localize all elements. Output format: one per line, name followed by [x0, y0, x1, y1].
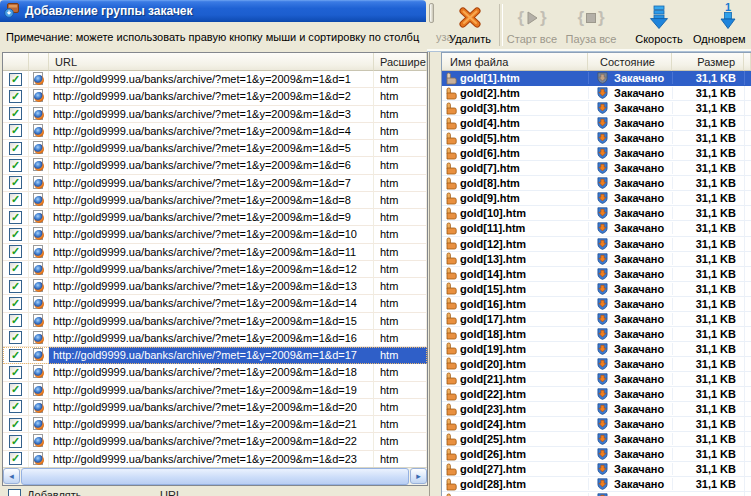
- url-row[interactable]: ✓http://gold9999.ua/banks/archive/?met=1…: [3, 157, 427, 174]
- row-checkbox[interactable]: ✓: [3, 382, 29, 399]
- toolbar-grip[interactable]: [429, 3, 434, 23]
- horizontal-scrollbar[interactable]: ◂ ▸: [3, 467, 427, 485]
- download-row[interactable]: [442, 492, 751, 496]
- row-checkbox[interactable]: ✓: [3, 123, 29, 140]
- download-row[interactable]: gold[24].htmЗакачано31,1 KB: [442, 417, 751, 432]
- simultaneous-button[interactable]: 1 Одноврем: [693, 2, 751, 48]
- download-row[interactable]: gold[10].htmЗакачано31,1 KB: [442, 206, 751, 221]
- url-row[interactable]: ✓http://gold9999.ua/banks/archive/?met=1…: [3, 364, 427, 381]
- url-row[interactable]: ✓http://gold9999.ua/banks/archive/?met=1…: [3, 295, 427, 312]
- scroll-left-arrow-icon[interactable]: ◂: [3, 468, 20, 484]
- row-checkbox[interactable]: ✓: [3, 399, 29, 416]
- pause-all-button[interactable]: { } Пауза все: [561, 2, 621, 48]
- download-row[interactable]: gold[8].htmЗакачано31,1 KB: [442, 176, 751, 191]
- row-checkbox[interactable]: ✓: [3, 261, 29, 278]
- url-row[interactable]: ✓http://gold9999.ua/banks/archive/?met=1…: [3, 416, 427, 433]
- url-row[interactable]: ✓http://gold9999.ua/banks/archive/?met=1…: [3, 88, 427, 105]
- url-row[interactable]: ✓http://gold9999.ua/banks/archive/?met=1…: [3, 330, 427, 347]
- row-checkbox[interactable]: ✓: [3, 175, 29, 192]
- download-row[interactable]: gold[18].htmЗакачано31,1 KB: [442, 327, 751, 342]
- row-checkbox[interactable]: ✓: [3, 347, 29, 364]
- download-row[interactable]: gold[4].htmЗакачано31,1 KB: [442, 116, 751, 131]
- download-row[interactable]: gold[14].htmЗакачано31,1 KB: [442, 267, 751, 282]
- pause-all-icon: { }: [577, 2, 604, 33]
- file-thumb-icon: [445, 342, 457, 355]
- start-all-button[interactable]: { } Старт все: [503, 2, 561, 48]
- download-row[interactable]: gold[2].htmЗакачано31,1 KB: [442, 86, 751, 101]
- row-checkbox[interactable]: ✓: [3, 416, 29, 433]
- row-checkbox[interactable]: ✓: [3, 209, 29, 226]
- url-row[interactable]: ✓http://gold9999.ua/banks/archive/?met=1…: [3, 278, 427, 295]
- download-row[interactable]: gold[16].htmЗакачано31,1 KB: [442, 297, 751, 312]
- icon-column-header[interactable]: [29, 53, 49, 71]
- dialog-titlebar[interactable]: Добавление группы закачек: [0, 0, 426, 22]
- url-row[interactable]: ✓http://gold9999.ua/banks/archive/?met=1…: [3, 226, 427, 243]
- stub-cell: [744, 237, 751, 251]
- row-checkbox[interactable]: ✓: [3, 106, 29, 123]
- status-column-header[interactable]: Состояние: [588, 53, 672, 71]
- download-row[interactable]: gold[27].htmЗакачано31,1 KB: [442, 462, 751, 477]
- url-row[interactable]: ✓http://gold9999.ua/banks/archive/?met=1…: [3, 71, 427, 88]
- download-row[interactable]: gold[17].htmЗакачано31,1 KB: [442, 312, 751, 327]
- file-thumb-icon: [445, 237, 457, 250]
- row-checkbox[interactable]: ✓: [3, 295, 29, 312]
- url-row[interactable]: ✓http://gold9999.ua/banks/archive/?met=1…: [3, 106, 427, 123]
- download-row[interactable]: gold[9].htmЗакачано31,1 KB: [442, 191, 751, 206]
- delete-button[interactable]: Удалить: [443, 2, 497, 48]
- download-row[interactable]: gold[26].htmЗакачано31,1 KB: [442, 447, 751, 462]
- scrollbar-thumb[interactable]: [21, 468, 409, 485]
- download-row[interactable]: gold[13].htmЗакачано31,1 KB: [442, 252, 751, 267]
- download-row[interactable]: gold[12].htmЗакачано31,1 KB: [442, 237, 751, 252]
- url-row[interactable]: ✓http://gold9999.ua/banks/archive/?met=1…: [3, 123, 427, 140]
- scroll-right-arrow-icon[interactable]: ▸: [410, 468, 427, 484]
- url-row[interactable]: ✓http://gold9999.ua/banks/archive/?met=1…: [3, 175, 427, 192]
- url-row[interactable]: ✓http://gold9999.ua/banks/archive/?met=1…: [3, 313, 427, 330]
- filename-column-header[interactable]: Имя файла: [442, 53, 588, 71]
- download-row[interactable]: gold[7].htmЗакачано31,1 KB: [442, 161, 751, 176]
- row-checkbox[interactable]: ✓: [3, 451, 29, 468]
- url-row[interactable]: ✓http://gold9999.ua/banks/archive/?met=1…: [3, 261, 427, 278]
- row-checkbox[interactable]: ✓: [3, 71, 29, 88]
- download-row[interactable]: gold[5].htmЗакачано31,1 KB: [442, 131, 751, 146]
- url-row[interactable]: ✓http://gold9999.ua/banks/archive/?met=1…: [3, 399, 427, 416]
- download-row[interactable]: gold[22].htmЗакачано31,1 KB: [442, 387, 751, 402]
- download-row[interactable]: gold[20].htmЗакачано31,1 KB: [442, 357, 751, 372]
- url-row[interactable]: ✓http://gold9999.ua/banks/archive/?met=1…: [3, 192, 427, 209]
- url-column-header[interactable]: URL: [49, 53, 374, 71]
- download-row[interactable]: gold[3].htmЗакачано31,1 KB: [442, 101, 751, 116]
- url-row[interactable]: ✓http://gold9999.ua/banks/archive/?met=1…: [3, 140, 427, 157]
- row-checkbox[interactable]: ✓: [3, 226, 29, 243]
- download-row[interactable]: gold[6].htmЗакачано31,1 KB: [442, 146, 751, 161]
- download-row[interactable]: gold[25].htmЗакачано31,1 KB: [442, 432, 751, 447]
- extension-cell: htm: [374, 416, 427, 433]
- download-row[interactable]: gold[15].htmЗакачано31,1 KB: [442, 282, 751, 297]
- download-row[interactable]: gold[28].htmЗакачано31,1 KB: [442, 477, 751, 492]
- url-row[interactable]: ✓http://gold9999.ua/banks/archive/?met=1…: [3, 433, 427, 450]
- download-row[interactable]: gold[21].htmЗакачано31,1 KB: [442, 372, 751, 387]
- url-row[interactable]: ✓http://gold9999.ua/banks/archive/?met=1…: [3, 382, 427, 399]
- row-checkbox[interactable]: ✓: [3, 140, 29, 157]
- download-row[interactable]: gold[1].htmЗакачано31,1 KB: [442, 71, 751, 86]
- bottom-partial-checkbox[interactable]: [8, 489, 21, 496]
- download-row[interactable]: gold[23].htmЗакачано31,1 KB: [442, 402, 751, 417]
- row-checkbox[interactable]: ✓: [3, 157, 29, 174]
- speed-button[interactable]: Скорость: [627, 2, 691, 48]
- file-thumb-icon: [445, 388, 457, 401]
- row-checkbox[interactable]: ✓: [3, 244, 29, 261]
- extension-column-header[interactable]: Расшире: [374, 53, 427, 71]
- row-checkbox[interactable]: ✓: [3, 192, 29, 209]
- row-checkbox[interactable]: ✓: [3, 313, 29, 330]
- url-row[interactable]: ✓http://gold9999.ua/banks/archive/?met=1…: [3, 244, 427, 261]
- download-row[interactable]: gold[11].htmЗакачано31,1 KB: [442, 221, 751, 236]
- url-row[interactable]: ✓http://gold9999.ua/banks/archive/?met=1…: [3, 209, 427, 226]
- checkbox-column-header[interactable]: [3, 53, 29, 71]
- size-column-header[interactable]: Размер: [672, 53, 744, 71]
- row-checkbox[interactable]: ✓: [3, 278, 29, 295]
- row-checkbox[interactable]: ✓: [3, 364, 29, 381]
- row-checkbox[interactable]: ✓: [3, 88, 29, 105]
- url-row[interactable]: ✓http://gold9999.ua/banks/archive/?met=1…: [3, 451, 427, 468]
- url-row[interactable]: ✓http://gold9999.ua/banks/archive/?met=1…: [3, 347, 427, 364]
- row-checkbox[interactable]: ✓: [3, 330, 29, 347]
- row-checkbox[interactable]: ✓: [3, 433, 29, 450]
- download-row[interactable]: gold[19].htmЗакачано31,1 KB: [442, 342, 751, 357]
